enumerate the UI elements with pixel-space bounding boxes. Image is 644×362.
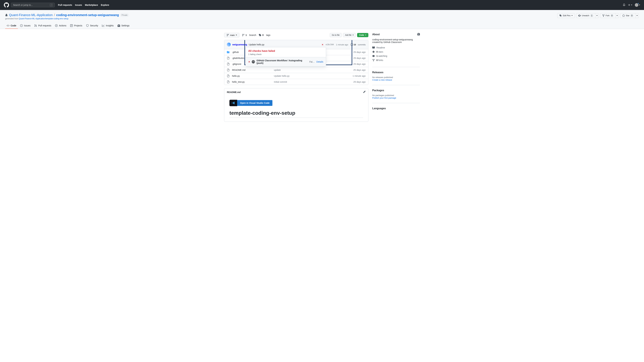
releases-heading[interactable]: Releases [372,71,420,74]
eye-icon [578,14,581,17]
nav-marketplace[interactable]: Marketplace [85,4,98,6]
commit-message-link[interactable]: Update hello.py [249,43,264,46]
file-name-link[interactable]: hello_test.py [232,81,245,83]
releases-none: No releases published [372,76,420,78]
watching-link[interactable]: 1 watching [372,55,420,57]
edit-readme-button[interactable] [363,91,366,94]
stars-link[interactable]: 0 stars [372,50,420,53]
checks-title: All checks have failed [248,49,323,52]
repo-owner-link[interactable]: Quant-Finance-ML-Application [9,13,53,17]
code-button[interactable]: Code [357,33,368,37]
fork-menu[interactable] [616,13,619,18]
nav-explore[interactable]: Explore [101,4,109,6]
gear-icon [417,33,420,35]
repo-tabs: Code Issues Pull requests Actions Projec… [5,23,639,29]
tab-code[interactable]: Code [5,23,18,29]
star-button[interactable]: Star 0 [620,13,636,18]
repo-actions: Edit Pins Unwatch 1 Fork 0 [557,13,639,18]
tab-issues[interactable]: Issues [18,23,32,29]
vscode-open-button[interactable]: Open in Visual Studio Code [230,100,272,106]
file-commit-msg[interactable]: update [274,69,354,71]
pin-icon [559,14,562,17]
user-menu[interactable] [635,3,640,7]
main-content: main 1 branch 0 tags Go to file Add file… [224,33,368,122]
forks-link[interactable]: 0 forks [372,59,420,61]
file-nav: main 1 branch 0 tags Go to file Add file… [224,33,368,37]
checks-failed-icon[interactable]: ✕ [322,43,324,46]
file-name-link[interactable]: hello.py [232,75,240,77]
branch-select-button[interactable]: main [224,33,240,37]
notifications-icon[interactable] [623,3,625,6]
commit-author-link[interactable]: weiguanwang [232,43,247,46]
commits-link[interactable]: 10 commits [350,43,366,46]
tab-projects[interactable]: Projects [68,23,84,29]
check-details-link[interactable]: Details [316,60,323,63]
header-nav: Pull requests Issues Marketplace Explore [58,4,109,6]
file-date: 29 days ago [354,57,366,59]
search-placeholder: Search or jump to... [13,4,33,6]
nav-issues[interactable]: Issues [75,4,82,6]
fork-icon [602,14,605,17]
create-menu[interactable] [628,4,632,6]
add-file-button[interactable]: Add file [343,33,356,37]
edit-pins-button[interactable]: Edit Pins [557,13,575,18]
slash-key-hint: / [50,4,53,6]
about-settings-button[interactable] [417,33,420,36]
star-menu[interactable] [636,13,639,18]
file-commit-msg[interactable]: Initial commit [274,81,354,83]
file-name-link[interactable]: .gitattributes [232,57,244,59]
readme-link[interactable]: Readme [372,46,420,49]
search-input[interactable]: Search or jump to... / [11,3,55,7]
file-row: README.mdupdate25 days ago [224,67,368,73]
repo-name-link[interactable]: coding-environment-setup-weiguanwang [56,13,119,17]
tab-security[interactable]: Security [84,23,100,29]
workflow-avatar [252,60,255,63]
lock-icon [5,14,8,16]
file-commit-msg[interactable]: Update hello.py [274,75,352,77]
readme-filename[interactable]: README.md [227,91,241,93]
visibility-badge: Private [120,13,129,17]
packages-heading[interactable]: Packages [372,89,420,92]
branches-link[interactable]: 1 branch [242,34,256,36]
repo-title: Quant-Finance-ML-Application / coding-en… [5,13,129,17]
unwatch-menu[interactable] [596,13,599,18]
about-heading: About [372,33,420,36]
file-date: 25 days ago [354,69,366,71]
file-row: hello.pyUpdate hello.py1 minute ago [224,73,368,79]
go-to-file-button[interactable]: Go to file [330,33,342,37]
create-release-link[interactable]: Create a new release [372,79,392,81]
commit-hash-link[interactable]: e18c584 [326,43,334,46]
commit-avatar[interactable] [227,43,231,46]
commit-time: 1 minute ago [336,43,348,46]
file-name-link[interactable]: .gitignore [232,63,241,65]
file-date: 29 days ago [354,51,366,53]
vscode-icon [230,100,237,106]
file-name-link[interactable]: .github [232,51,239,53]
tags-link[interactable]: 0 tags [259,34,270,36]
nav-pulls[interactable]: Pull requests [58,4,72,6]
tab-actions[interactable]: Actions [54,23,68,29]
languages-heading: Languages [372,107,420,110]
template-link[interactable]: Quant-Finance-ML-Application/template-co… [19,17,68,20]
readme-box: README.md Open in Visual Studio Code tem… [224,88,368,122]
branch-icon [226,34,229,36]
github-logo[interactable] [4,2,9,7]
about-description: coding-environment-setup-weiguanwang cre… [372,38,420,43]
check-fail-icon: ✕ [248,60,250,63]
tab-settings[interactable]: Settings [116,23,131,29]
star-icon [622,14,625,17]
file-date: 29 days ago [354,81,366,83]
fork-button[interactable]: Fork 0 [600,13,616,18]
unwatch-button[interactable]: Unwatch 1 [576,13,595,18]
repo-header: Quant-Finance-ML-Application / coding-en… [0,10,644,29]
packages-none: No packages published [372,94,420,96]
pencil-icon [363,91,366,93]
checks-popover: All checks have failed 1 failing check ✕… [246,47,326,66]
readme-h1: template-coding-env-setup [230,110,363,118]
file-name-link[interactable]: README.md [232,69,245,71]
status-dot [638,3,639,4]
tab-insights[interactable]: Insights [100,23,115,29]
global-header: Search or jump to... / Pull requests Iss… [0,0,644,10]
publish-package-link[interactable]: Publish your first package [372,97,396,99]
tab-pulls[interactable]: Pull requests [33,23,53,29]
